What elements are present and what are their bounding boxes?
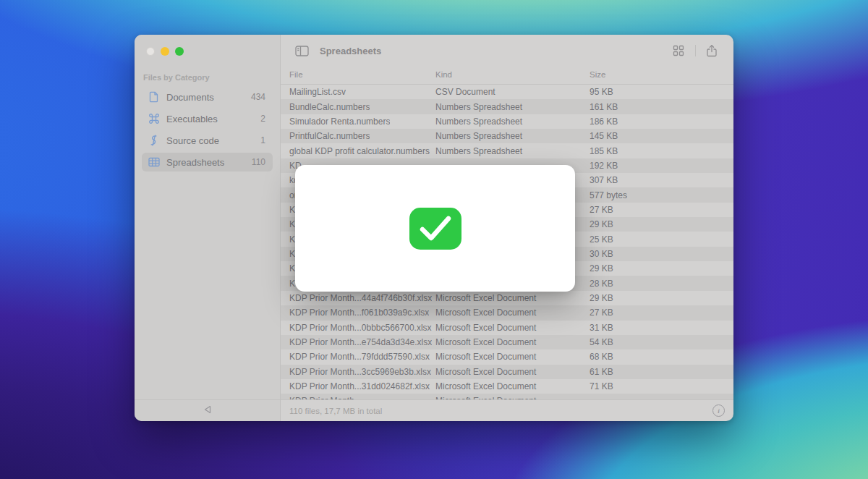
window-controls <box>135 35 280 56</box>
file-name: K <box>289 279 295 289</box>
sidebar-item-count: 110 <box>252 157 265 167</box>
sidebar-item-count: 2 <box>260 114 265 124</box>
sidebar-item-count: 1 <box>260 135 265 145</box>
file-name: K <box>289 205 295 215</box>
file-size: 185 KB <box>590 146 618 156</box>
file-name: global KDP profit calculator.numbers <box>289 146 430 156</box>
file-size: 577 bytes <box>590 190 627 200</box>
back-icon[interactable] <box>203 404 213 417</box>
sidebar-item-documents[interactable]: Documents 434 <box>142 88 273 106</box>
file-name: KDP Prior Month...31dd024682f.xlsx <box>289 381 430 391</box>
sidebar-item-count: 434 <box>251 92 265 102</box>
file-kind: Microsoft Excel Document <box>435 337 536 347</box>
column-header-size[interactable]: Size <box>590 70 605 79</box>
table-header: File Kind Size <box>281 67 733 85</box>
window-title: Spreadsheets <box>320 46 381 56</box>
file-size: 71 KB <box>590 381 613 391</box>
sidebar-section-label: Files by Category <box>143 73 280 82</box>
sidebar: Files by Category Documents 434 Executab… <box>135 35 281 421</box>
file-size: 28 KB <box>590 279 613 289</box>
file-size: 27 KB <box>590 308 613 318</box>
file-size: 29 KB <box>590 293 613 303</box>
file-name: PrintfulCalc.numbers <box>289 131 370 141</box>
file-size: 54 KB <box>590 337 613 347</box>
table-row[interactable]: KDP Prior Month...0bbbc566700.xlsx Micro… <box>281 321 733 335</box>
file-kind: Microsoft Excel Document <box>435 367 536 377</box>
sidebar-item-spreadsheets[interactable]: Spreadsheets 110 <box>142 153 273 171</box>
file-kind: Numbers Spreadsheet <box>435 131 522 141</box>
file-size: 61 KB <box>590 367 613 377</box>
file-name: KDP Prior Month...79fddd57590.xlsx <box>289 352 430 362</box>
file-size: 29 KB <box>590 219 613 229</box>
file-size: 145 KB <box>590 131 618 141</box>
file-name: K <box>289 234 295 245</box>
status-bar: 110 files, 17,7 MB in total i <box>281 399 733 421</box>
desktop: Files by Category Documents 434 Executab… <box>0 0 868 479</box>
file-size: 307 KB <box>590 175 618 185</box>
success-dialog <box>295 165 575 292</box>
file-kind: Numbers Spreadsheet <box>435 102 522 112</box>
file-size: 192 KB <box>590 161 618 171</box>
table-row[interactable]: MailingList.csv CSV Document 95 KB <box>281 85 733 99</box>
toggle-sidebar-icon[interactable] <box>291 42 312 59</box>
checkmark-icon <box>409 208 461 250</box>
table-row[interactable]: KDP Prior Month...f061b039a9c.xlsx Micro… <box>281 305 733 320</box>
spreadsheet-icon <box>148 156 160 169</box>
column-header-kind[interactable]: Kind <box>435 70 452 79</box>
grid-view-icon[interactable] <box>668 42 689 59</box>
sidebar-item-label: Documents <box>166 92 214 103</box>
file-kind: Numbers Spreadsheet <box>435 146 522 156</box>
table-row[interactable]: KDP Prior Month...79fddd57590.xlsx Micro… <box>281 349 733 364</box>
file-kind: CSV Document <box>435 87 495 97</box>
table-row[interactable]: global KDP profit calculator.numbers Num… <box>281 143 733 158</box>
file-name: KDP Prior Month...3cc5969eb3b.xlsx <box>289 367 431 377</box>
file-size: 68 KB <box>590 352 613 362</box>
zoom-button[interactable] <box>175 47 184 56</box>
file-name: BundleCalc.numbers <box>289 102 370 112</box>
sidebar-item-source-code[interactable]: Source code 1 <box>142 131 273 150</box>
close-button[interactable] <box>146 47 155 56</box>
sidebar-item-executables[interactable]: Executables 2 <box>142 109 273 128</box>
table-row[interactable]: KDP Prior Month...e754da3d34e.xlsx Micro… <box>281 335 733 349</box>
file-size: 95 KB <box>590 87 613 97</box>
file-size: 25 KB <box>590 234 613 245</box>
file-kind: Microsoft Excel Document <box>435 308 536 318</box>
file-kind: Microsoft Excel Document <box>435 352 536 362</box>
table-row[interactable]: Simulador Renta.numbers Numbers Spreadsh… <box>281 114 733 129</box>
document-icon <box>148 91 160 103</box>
info-icon[interactable]: i <box>712 404 725 417</box>
status-summary: 110 files, 17,7 MB in total <box>289 407 382 415</box>
sidebar-items: Documents 434 Executables 2 Source code … <box>135 85 280 177</box>
column-header-file[interactable]: File <box>289 70 303 79</box>
file-name: KDP Prior Month...0bbbc566700.xlsx <box>289 323 432 333</box>
file-kind: Microsoft Excel Document <box>435 293 536 303</box>
table-row[interactable]: PrintfulCalc.numbers Numbers Spreadsheet… <box>281 129 733 143</box>
file-kind: Microsoft Excel Document <box>435 323 536 333</box>
sidebar-item-label: Source code <box>166 135 219 146</box>
file-name: KDP Prior Month...f061b039a9c.xlsx <box>289 308 429 318</box>
file-name: KDP Prior Month...44a4f746b30f.xlsx <box>289 293 432 303</box>
table-row[interactable]: KDP Prior Month...44a4f746b30f.xlsx Micr… <box>281 291 733 305</box>
file-size: 29 KB <box>590 263 613 274</box>
file-kind: Microsoft Excel Document <box>435 381 536 391</box>
sidebar-footer <box>135 399 280 421</box>
file-name: K <box>289 219 295 229</box>
command-icon <box>148 113 160 125</box>
file-size: 186 KB <box>590 116 618 127</box>
file-size: 31 KB <box>590 323 613 333</box>
file-kind: Numbers Spreadsheet <box>435 116 522 127</box>
file-size: 27 KB <box>590 205 613 215</box>
table-row[interactable]: BundleCalc.numbers Numbers Spreadsheet 1… <box>281 99 733 114</box>
file-name: K <box>289 263 295 274</box>
source-code-icon <box>148 135 160 147</box>
file-name: K <box>289 249 295 259</box>
table-row[interactable]: KDP Prior Month...3cc5969eb3b.xlsx Micro… <box>281 365 733 379</box>
sidebar-item-label: Spreadsheets <box>166 157 224 168</box>
file-name: Simulador Renta.numbers <box>289 116 390 127</box>
table-row[interactable]: KDP Prior Month...31dd024682f.xlsx Micro… <box>281 379 733 394</box>
file-size: 161 KB <box>590 102 618 112</box>
share-icon[interactable] <box>702 42 723 59</box>
toolbar-separator <box>695 45 696 56</box>
minimize-button[interactable] <box>161 47 169 56</box>
titlebar: Spreadsheets <box>281 35 733 67</box>
